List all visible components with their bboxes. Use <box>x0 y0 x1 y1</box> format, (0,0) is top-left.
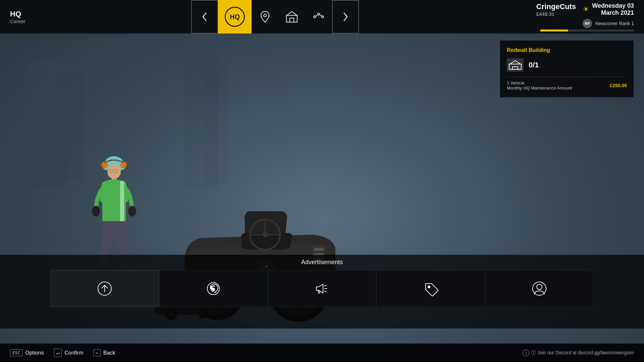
svg-line-58 <box>324 285 326 286</box>
nav-hq-button[interactable]: HQ <box>218 0 252 34</box>
back-label: Back <box>103 350 115 356</box>
person-circle-icon <box>531 280 548 297</box>
vehicle-count-label: 1 Vehicle <box>507 80 572 85</box>
topbar-right: CringeCuts £449.31 ☀ Wednesday 03 March … <box>510 2 644 32</box>
currency-cycle-icon <box>205 280 222 297</box>
svg-line-60 <box>324 291 326 292</box>
svg-line-9 <box>320 14 322 16</box>
confirm-label: Confirm <box>64 350 83 356</box>
building-info-row: 0/1 <box>507 58 627 72</box>
ad-currency-button[interactable] <box>159 270 268 307</box>
profile-money: £449.31 <box>536 11 576 17</box>
maintenance-value: £250.00 <box>610 83 627 88</box>
building-garage-icon <box>507 58 524 72</box>
ad-tag-button[interactable] <box>376 270 485 307</box>
svg-point-21 <box>128 206 136 217</box>
nav-prev-button[interactable] <box>191 0 218 34</box>
upload-circle-icon <box>96 280 113 297</box>
hq-label: HQ <box>10 10 30 18</box>
discord-text: ⓘ Join our Discord at discord.gg/lawnmow… <box>531 350 634 356</box>
tag-icon <box>422 280 439 297</box>
svg-point-5 <box>314 16 316 18</box>
maintenance-label: Monthly HQ Maintenance Amount <box>507 85 572 90</box>
shadow-figure-4 <box>205 67 228 184</box>
hq-icon: HQ <box>225 7 245 27</box>
discord-info: i ⓘ Join our Discord at discord.gg/lawnm… <box>523 350 634 356</box>
section-label: HQ Career <box>0 10 40 24</box>
megaphone-icon <box>314 280 330 297</box>
nav-icons: HQ <box>40 0 510 34</box>
nav-location-button[interactable] <box>252 0 278 34</box>
bottombar: ESC Options ↵ Confirm ← Back i ⓘ Join ou… <box>0 344 644 362</box>
svg-point-65 <box>537 284 542 290</box>
building-panel: Redwall Building 0/1 1 Vehicle Monthly H… <box>500 40 634 98</box>
ad-megaphone-button[interactable] <box>268 270 376 307</box>
ad-buttons-row <box>0 268 644 309</box>
confirm-button[interactable]: ↵ Confirm <box>54 349 84 357</box>
xp-bar-fill <box>540 29 568 32</box>
rp-badge: RP <box>583 19 592 28</box>
profile-name: CringeCuts <box>536 2 576 11</box>
svg-point-7 <box>322 16 324 18</box>
xp-bar <box>540 29 634 32</box>
building-detail-row: 1 Vehicle Monthly HQ Maintenance Amount … <box>507 80 627 90</box>
building-count: 0/1 <box>529 61 539 69</box>
sun-icon: ☀ <box>583 5 589 14</box>
building-title: Redwall Building <box>507 47 627 53</box>
options-button[interactable]: ESC Options <box>10 349 44 356</box>
confirm-key: ↵ <box>54 349 62 357</box>
back-button[interactable]: ← Back <box>93 349 115 356</box>
main-content: K Redwall Building <box>0 34 644 328</box>
info-icon: i <box>523 350 529 356</box>
svg-line-8 <box>316 14 318 17</box>
nav-garage-button[interactable] <box>278 0 305 34</box>
xp-container: RP Newcomer Rank 1 <box>520 19 634 32</box>
svg-point-14 <box>107 164 121 179</box>
date-text: Wednesday 03 March 2021 <box>592 2 634 16</box>
svg-point-20 <box>92 206 100 217</box>
esc-key: ESC <box>10 349 22 356</box>
svg-point-35 <box>262 232 268 237</box>
ad-person-button[interactable] <box>485 270 594 307</box>
nav-stats-button[interactable] <box>305 0 332 34</box>
building-divider <box>507 77 627 77</box>
svg-rect-42 <box>314 248 324 251</box>
nav-next-button[interactable] <box>332 0 359 34</box>
ad-upload-button[interactable] <box>50 270 159 307</box>
back-key: ← <box>93 349 101 356</box>
options-label: Options <box>25 350 44 356</box>
date-area: ☀ Wednesday 03 March 2021 <box>583 2 634 16</box>
advertisements-section: Advertisements <box>0 255 644 328</box>
rank-text: Newcomer Rank 1 <box>595 21 634 26</box>
profile-info: CringeCuts £449.31 <box>536 2 576 17</box>
advertisements-title: Advertisements <box>0 255 644 268</box>
topbar: HQ Career HQ <box>0 0 644 34</box>
shadow-figure-2 <box>57 74 84 181</box>
svg-point-0 <box>264 14 266 17</box>
svg-rect-1 <box>286 15 297 22</box>
svg-point-6 <box>318 13 320 15</box>
svg-rect-19 <box>120 181 124 221</box>
career-label: Career <box>10 18 30 24</box>
svg-point-63 <box>428 286 430 288</box>
